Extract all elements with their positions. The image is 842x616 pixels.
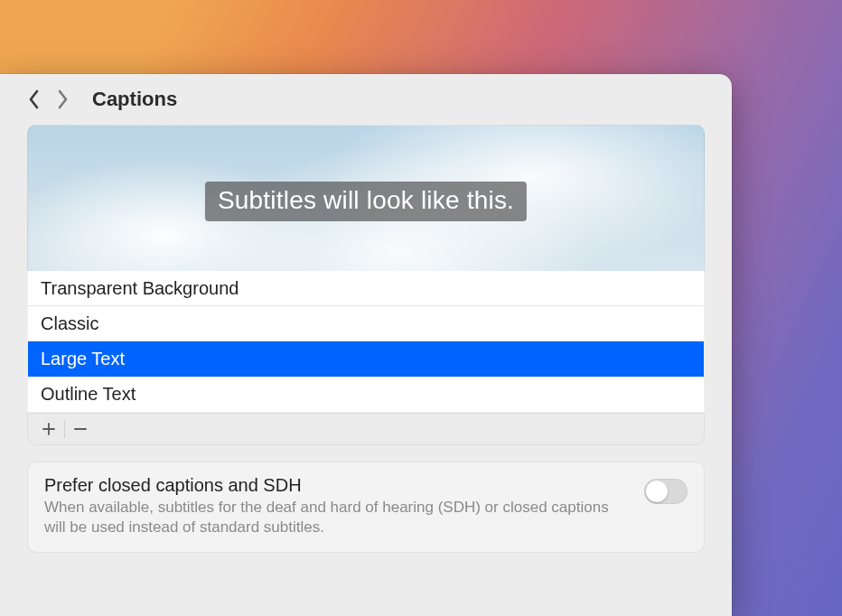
toggle-knob — [646, 481, 668, 502]
style-label: Outline Text — [41, 384, 136, 405]
chevron-left-icon — [28, 89, 40, 109]
style-row-large-text[interactable]: Large Text — [28, 341, 704, 377]
subtitle-sample: Subtitles will look like this. — [205, 182, 527, 221]
style-label: Classic — [41, 313, 98, 334]
style-row-outline-text[interactable]: Outline Text — [28, 377, 704, 412]
toolbar-separator — [64, 420, 65, 438]
subtitle-preview: Subtitles will look like this. — [27, 125, 705, 271]
add-style-button[interactable] — [35, 416, 62, 442]
content-area: Subtitles will look like this. Transpare… — [0, 125, 732, 553]
prefer-sdh-section: Prefer closed captions and SDH When avai… — [27, 462, 705, 553]
settings-window: Captions Subtitles will look like this. … — [0, 74, 732, 616]
remove-style-button[interactable] — [67, 416, 94, 442]
chevron-right-icon — [57, 89, 69, 109]
minus-icon — [73, 422, 88, 436]
prefer-sdh-description: When available, subtitles for the deaf a… — [44, 498, 611, 537]
plus-icon — [42, 422, 56, 436]
titlebar: Captions — [0, 74, 732, 125]
prefer-sdh-toggle[interactable] — [644, 479, 688, 504]
prefer-sdh-title: Prefer closed captions and SDH — [44, 475, 688, 496]
style-row-classic[interactable]: Classic — [28, 306, 704, 341]
back-button[interactable] — [25, 87, 42, 112]
forward-button[interactable] — [54, 87, 70, 112]
style-label: Large Text — [41, 349, 125, 369]
style-label: Transparent Background — [41, 278, 239, 299]
page-title: Captions — [92, 88, 177, 111]
caption-style-list: Transparent Background Classic Large Tex… — [27, 271, 705, 413]
style-list-toolbar — [27, 413, 705, 445]
style-row-transparent-background[interactable]: Transparent Background — [28, 271, 704, 306]
